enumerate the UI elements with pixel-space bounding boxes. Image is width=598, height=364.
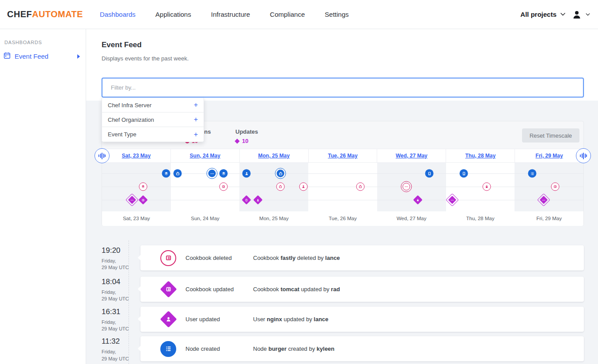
event-card[interactable]: User updatedUser nginx updated by lance xyxy=(140,307,584,332)
event-row-cookbook-updated: 18:04Friday,29 May UTCCookbook updatedCo… xyxy=(102,277,584,303)
timeline-day-link-thu-28-may[interactable]: Thu, 28 May xyxy=(465,153,496,159)
plus-icon[interactable]: + xyxy=(194,101,198,109)
axis-label-sat-23-may: Sat, 23 May xyxy=(102,211,171,226)
event-marker-created-node[interactable] xyxy=(425,169,434,178)
timeline-day-link-wed-27-may[interactable]: Wed, 27 May xyxy=(396,153,428,159)
event-row-user-updated: 16:31Friday,29 May UTCUser updatedUser n… xyxy=(102,307,584,333)
timeline-column xyxy=(515,163,583,211)
sidebar-item-event-feed[interactable]: Event Feed xyxy=(4,52,86,60)
event-marker-deleted-lock[interactable] xyxy=(483,183,491,191)
event-marker-deleted-book[interactable] xyxy=(220,183,228,191)
event-row-node-created: 11:32Friday,29 May UTCNode createdNode b… xyxy=(102,336,584,362)
chevron-down-icon[interactable] xyxy=(560,13,565,16)
axis-label-mon-25-may: Mon, 25 May xyxy=(239,211,308,226)
event-marker-created-layers[interactable] xyxy=(220,169,228,178)
event-time-value: 18:04 xyxy=(102,278,140,286)
timeline-column xyxy=(308,163,377,211)
nav-item-infrastructure[interactable]: Infrastructure xyxy=(211,11,250,18)
expand-arrow-icon[interactable] xyxy=(77,54,80,59)
event-marker-created-bag[interactable] xyxy=(275,168,286,179)
timeline-chart xyxy=(102,163,583,211)
event-marker-deleted-layers[interactable] xyxy=(139,183,148,191)
timeline-day-link-sat-23-may[interactable]: Sat, 23 May xyxy=(122,153,151,159)
filter-option-chef-infra-server[interactable]: Chef Infra Server+ xyxy=(102,98,204,113)
timeline-day-link-fri-29-may[interactable]: Fri, 29 May xyxy=(536,153,563,159)
event-date: Friday,29 May UTC xyxy=(102,349,140,362)
plus-icon[interactable]: + xyxy=(194,116,198,123)
event-marker-deleted-bag[interactable] xyxy=(276,183,285,191)
chef-automate-logo[interactable]: CHEFAUTOMATE xyxy=(7,9,83,19)
chevron-down-icon[interactable] xyxy=(586,13,590,16)
event-time-value: 19:20 xyxy=(102,246,140,255)
axis-label-fri-29-may: Fri, 29 May xyxy=(515,211,583,226)
event-description: Node burger created by kyleen xyxy=(253,345,334,352)
topnav-right: All projects xyxy=(520,10,590,19)
event-card[interactable]: Node createdNode burger created by kylee… xyxy=(140,336,584,361)
sidebar: DASHBOARDS Event Feed xyxy=(0,29,86,364)
timeline-day-header: Sat, 23 MaySun, 24 MayMon, 25 MayTue, 26… xyxy=(102,149,583,163)
filter-bar: Chef Infra Server+Chef Organization+Even… xyxy=(102,78,584,98)
reset-timescale-button[interactable]: Reset Timescale xyxy=(522,128,579,143)
event-marker-created-dots[interactable] xyxy=(207,168,218,179)
event-marker-created-list[interactable] xyxy=(528,169,537,178)
filter-dropdown: Chef Infra Server+Chef Organization+Even… xyxy=(102,98,204,142)
timeline-column xyxy=(171,163,240,211)
timeline-day-link-tue-26-may[interactable]: Tue, 26 May xyxy=(328,153,357,159)
plus-icon[interactable]: + xyxy=(194,131,198,138)
nav-item-dashboards[interactable]: Dashboards xyxy=(100,11,136,18)
timeline-column xyxy=(446,163,515,211)
user-menu-icon[interactable] xyxy=(572,10,582,19)
logo-automate: AUTOMATE xyxy=(32,9,83,19)
timeline-axis: Sat, 23 MaySun, 24 MayMon, 25 MayTue, 26… xyxy=(102,211,583,226)
timeline-day-link-mon-25-may[interactable]: Mon, 25 May xyxy=(258,153,289,159)
event-marker-deleted-user[interactable] xyxy=(299,183,308,191)
event-time: 11:32Friday,29 May UTC xyxy=(102,336,140,362)
filter-option-event-type[interactable]: Event Type+ xyxy=(102,127,204,142)
event-type-label: Node created xyxy=(185,345,253,352)
timeline-day-cell: Thu, 28 May xyxy=(446,149,515,162)
timeline-column xyxy=(102,163,171,211)
stat-updates: Updates 10 xyxy=(235,128,258,144)
main-nav: DashboardsApplicationsInfrastructureComp… xyxy=(100,11,349,18)
filter-option-label: Chef Organization xyxy=(108,116,154,123)
event-description: Cookbook fastly deleted by lance xyxy=(253,255,340,261)
sidebar-item-label: Event Feed xyxy=(15,53,49,60)
timeline-day-cell: Sun, 24 May xyxy=(171,149,240,162)
logo-chef: CHEF xyxy=(7,9,32,19)
event-description: User nginx updated by lance xyxy=(253,316,329,323)
event-card[interactable]: Cookbook deletedCookbook fastly deleted … xyxy=(140,245,584,270)
event-type-label: Cookbook updated xyxy=(185,286,253,293)
nav-item-settings[interactable]: Settings xyxy=(325,11,348,18)
nav-item-applications[interactable]: Applications xyxy=(155,11,191,18)
updated-diamond-icon xyxy=(235,139,239,143)
cookbook-updated-icon xyxy=(160,281,176,297)
timescale-handle-right[interactable] xyxy=(576,148,591,163)
event-card[interactable]: Cookbook updatedCookbook tomcat updated … xyxy=(140,277,584,302)
event-marker-deleted-dots[interactable] xyxy=(401,181,412,192)
timeline-day-link-sun-24-may[interactable]: Sun, 24 May xyxy=(190,153,220,159)
event-type-label: Cookbook deleted xyxy=(185,255,253,261)
stat-updates-label: Updates xyxy=(235,128,258,135)
event-time-value: 16:31 xyxy=(102,308,140,316)
stat-updates-value: 10 xyxy=(242,138,248,144)
event-date: Friday,29 May UTC xyxy=(102,319,140,333)
event-marker-created-bag[interactable] xyxy=(174,169,182,178)
event-marker-created-layers[interactable] xyxy=(162,169,170,178)
calendar-icon xyxy=(4,52,11,60)
projects-filter-button[interactable]: All projects xyxy=(520,11,556,18)
main-content: Event Feed Displays events for the past … xyxy=(86,29,598,364)
timeline-day-cell: Sat, 23 May xyxy=(102,149,171,162)
timeline-day-cell: Fri, 29 May xyxy=(515,149,583,162)
nav-item-compliance[interactable]: Compliance xyxy=(270,11,305,18)
event-marker-deleted-bag[interactable] xyxy=(356,183,365,191)
event-marker-deleted-book[interactable] xyxy=(551,183,560,191)
filter-input[interactable] xyxy=(102,78,584,98)
event-marker-created-user[interactable] xyxy=(242,169,251,178)
gridline-updated xyxy=(102,200,583,200)
timescale-handle-left[interactable] xyxy=(95,148,110,163)
event-marker-created-node[interactable] xyxy=(460,169,468,178)
sidebar-heading: DASHBOARDS xyxy=(4,40,86,45)
event-description: Cookbook tomcat updated by rad xyxy=(253,286,340,293)
event-row-cookbook-deleted: 19:20Friday,29 May UTCCookbook deletedCo… xyxy=(102,245,584,271)
filter-option-chef-organization[interactable]: Chef Organization+ xyxy=(102,113,204,127)
